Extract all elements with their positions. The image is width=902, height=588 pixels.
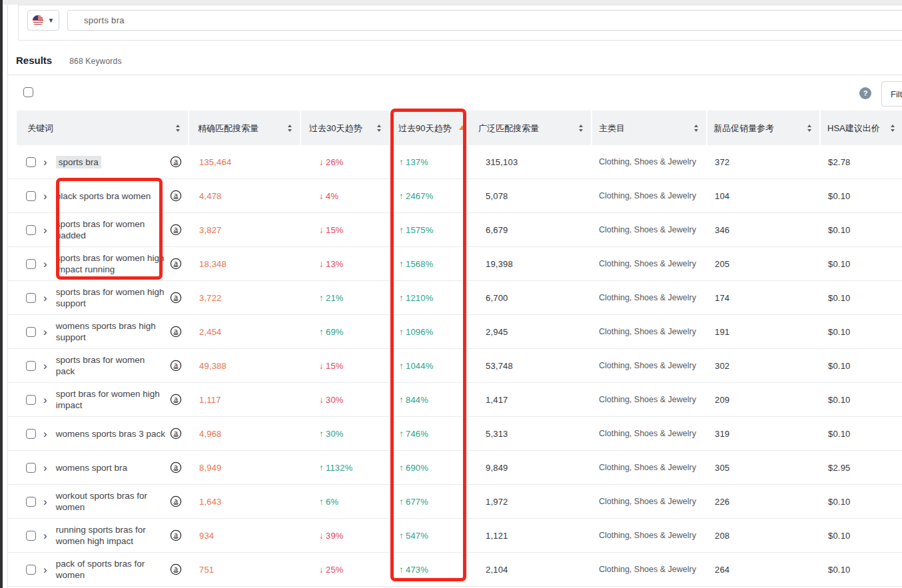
column-header-label: 广泛匹配搜索量 — [478, 123, 543, 134]
svg-text:a: a — [174, 226, 178, 233]
promo-ref-value: 191 — [707, 327, 821, 337]
exact-volume-value: 4,968 — [189, 429, 301, 439]
sort-icon[interactable] — [694, 125, 698, 132]
marketplace-selector[interactable]: ▼ — [27, 10, 59, 31]
select-all-checkbox[interactable] — [23, 87, 33, 97]
amazon-icon[interactable]: a — [170, 394, 182, 406]
trend-arrow-icon: ↓ — [319, 565, 324, 575]
left-edge-strip — [0, 0, 3, 588]
column-header-label: 过去30天趋势 — [309, 123, 366, 134]
broad-volume-value: 9,849 — [468, 463, 592, 473]
expand-chevron-icon[interactable]: › — [43, 157, 47, 167]
help-icon[interactable]: ? — [859, 87, 871, 99]
trend-30d-value: ↑1132% — [301, 463, 390, 473]
row-checkbox[interactable] — [26, 293, 36, 303]
column-header[interactable]: 精确匹配搜索量 — [189, 111, 301, 145]
expand-chevron-icon[interactable]: › — [43, 361, 47, 371]
expand-chevron-icon[interactable]: › — [43, 191, 47, 201]
sort-icon[interactable] — [176, 125, 180, 132]
expand-chevron-icon[interactable]: › — [43, 463, 47, 473]
expand-chevron-icon[interactable]: › — [43, 327, 47, 337]
table-row: › womens sports bras 3 pack a 4,968 ↑30%… — [8, 417, 902, 451]
category-value: Clothing, Shoes & Jewelry — [592, 156, 707, 168]
column-header-label: 主类目 — [599, 123, 629, 134]
sort-icon[interactable] — [807, 125, 811, 132]
table-row: › sports bras for women high support a 3… — [8, 281, 902, 315]
row-checkbox[interactable] — [26, 565, 36, 575]
broad-volume-value: 315,103 — [468, 157, 592, 167]
column-header-label: 精确匹配搜索量 — [198, 123, 262, 134]
table-row: › sports bra a 135,464 ↓26% ↑137% 315,10… — [8, 145, 902, 179]
amazon-icon[interactable]: a — [170, 461, 182, 473]
trend-arrow-icon: ↑ — [319, 497, 324, 507]
row-checkbox[interactable] — [26, 395, 36, 405]
search-bar: ▼ — [18, 5, 902, 41]
column-header[interactable]: 新品促销量参考 — [707, 111, 821, 145]
expand-chevron-icon[interactable]: › — [43, 429, 47, 439]
broad-volume-value: 2,104 — [468, 565, 592, 575]
trend-30d-value: ↓4% — [301, 191, 390, 201]
promo-ref-value: 305 — [707, 463, 821, 473]
row-checkbox[interactable] — [26, 429, 36, 439]
expand-chevron-icon[interactable]: › — [43, 531, 47, 541]
trend-arrow-icon: ↑ — [399, 429, 404, 439]
amazon-icon[interactable]: a — [170, 360, 182, 372]
column-header[interactable]: 主类目 — [592, 111, 707, 145]
svg-text:a: a — [174, 362, 178, 369]
top-strip — [0, 0, 902, 5]
trend-arrow-icon: ↑ — [399, 497, 404, 507]
column-header[interactable]: 关键词 — [17, 111, 189, 145]
row-checkbox[interactable] — [26, 225, 36, 235]
column-header[interactable]: 过去30天趋势 — [301, 111, 390, 145]
amazon-icon[interactable]: a — [170, 563, 182, 575]
amazon-icon[interactable]: a — [170, 190, 182, 202]
keyword-text: black sports bra women — [56, 190, 170, 202]
row-checkbox[interactable] — [26, 463, 36, 473]
amazon-icon[interactable]: a — [170, 529, 182, 541]
column-header[interactable]: 过去90天趋势 — [390, 111, 468, 145]
category-value: Clothing, Shoes & Jewelry — [592, 495, 707, 507]
keyword-text: sports bras for women padded — [56, 218, 170, 241]
filter-button[interactable]: Filter — [881, 81, 902, 107]
row-checkbox[interactable] — [26, 531, 36, 541]
table-row: › running sports bras for women high imp… — [8, 519, 902, 553]
amazon-icon[interactable]: a — [170, 156, 182, 168]
expand-chevron-icon[interactable]: › — [43, 565, 47, 575]
row-checkbox[interactable] — [26, 259, 36, 269]
promo-ref-value: 372 — [707, 157, 821, 167]
exact-volume-value: 2,454 — [189, 327, 301, 337]
promo-ref-value: 208 — [707, 531, 821, 541]
column-header[interactable]: 广泛匹配搜索量 — [468, 111, 592, 145]
keyword-text: sports bras for women pack — [56, 354, 170, 377]
keyword-search-input[interactable] — [67, 10, 902, 31]
svg-text:a: a — [174, 463, 178, 471]
sort-active-icon — [459, 125, 466, 130]
expand-chevron-icon[interactable]: › — [43, 395, 47, 405]
broad-volume-value: 6,679 — [468, 225, 592, 235]
row-checkbox[interactable] — [26, 327, 36, 337]
expand-chevron-icon[interactable]: › — [43, 497, 47, 507]
expand-chevron-icon[interactable]: › — [43, 259, 47, 269]
amazon-icon[interactable]: a — [170, 428, 182, 440]
hsa-bid-value: $0.10 — [821, 531, 902, 541]
row-checkbox[interactable] — [26, 191, 36, 201]
trend-30d-value: ↓13% — [301, 259, 390, 269]
chevron-down-icon: ▼ — [48, 17, 55, 24]
trend-30d-value: ↑30% — [301, 429, 390, 439]
category-value: Clothing, Shoes & Jewelry — [592, 258, 707, 270]
amazon-icon[interactable]: a — [170, 224, 182, 236]
sort-icon[interactable] — [288, 125, 292, 132]
amazon-icon[interactable]: a — [170, 326, 182, 338]
row-checkbox[interactable] — [26, 361, 36, 371]
amazon-icon[interactable]: a — [170, 292, 182, 304]
sort-icon[interactable] — [377, 125, 381, 132]
row-checkbox[interactable] — [26, 497, 36, 507]
column-header[interactable]: HSA建议出价 — [821, 111, 902, 145]
expand-chevron-icon[interactable]: › — [43, 293, 47, 303]
amazon-icon[interactable]: a — [170, 495, 182, 507]
expand-chevron-icon[interactable]: › — [43, 225, 47, 235]
sort-icon[interactable] — [891, 125, 895, 132]
sort-icon[interactable] — [579, 125, 583, 132]
amazon-icon[interactable]: a — [170, 258, 182, 270]
row-checkbox[interactable] — [26, 157, 36, 167]
